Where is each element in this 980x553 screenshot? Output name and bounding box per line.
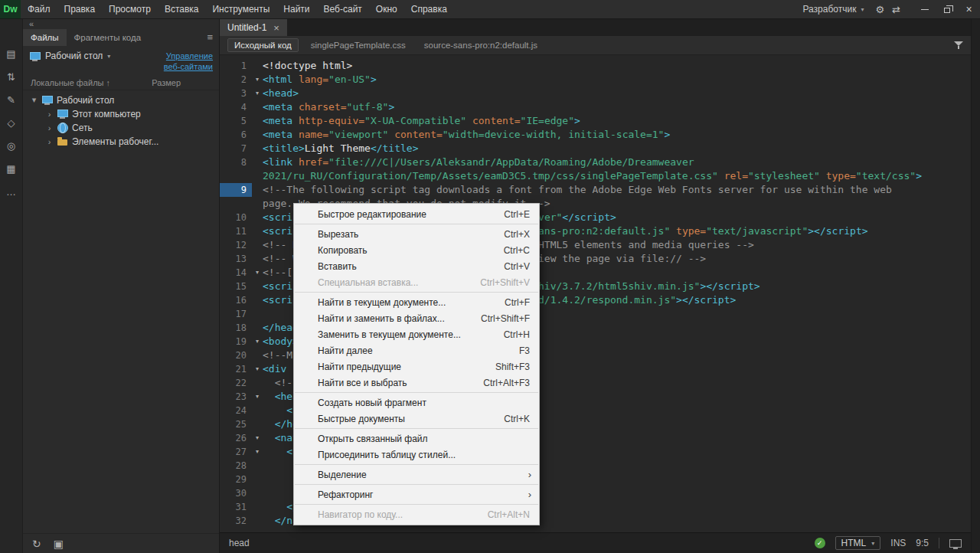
right-panel-dock[interactable]: [971, 19, 980, 553]
menu-separator: [295, 292, 538, 293]
fold-marker-icon[interactable]: ▾: [252, 431, 263, 445]
expander-icon[interactable]: ›: [46, 110, 53, 119]
collapse-panel-icon[interactable]: «: [29, 19, 34, 28]
expander-icon[interactable]: ›: [46, 123, 53, 133]
menubar-item[interactable]: Веб-сайт: [317, 0, 369, 18]
fold-marker-icon[interactable]: ▾: [252, 335, 263, 348]
close-button[interactable]: ×: [958, 0, 980, 18]
fold-marker-icon[interactable]: ▾: [252, 87, 263, 100]
code-line[interactable]: 8<link href="file:///C|/Users/Aleksandr/…: [220, 155, 971, 183]
menubar-item[interactable]: Инструменты: [205, 0, 276, 18]
submenu-arrow-icon: ›: [528, 466, 531, 483]
panel-tab[interactable]: Файлы: [23, 29, 67, 46]
menubar-item[interactable]: Найти: [276, 0, 316, 18]
context-menu-item[interactable]: Рефакторинг›: [294, 486, 539, 502]
fold-marker-icon[interactable]: ▾: [252, 390, 263, 404]
app-logo-icon[interactable]: Dw: [0, 0, 21, 18]
lint-ok-icon[interactable]: ✓: [815, 538, 825, 548]
line-number: 9: [220, 183, 252, 197]
menubar-item[interactable]: Файл: [21, 0, 57, 18]
context-menu-item-label: Открыть связанный файл: [318, 434, 530, 444]
context-menu-shortcut: Ctrl+V: [504, 261, 530, 272]
menubar-item[interactable]: Вставка: [158, 0, 206, 18]
tree-item[interactable]: ▾Рабочий стол: [23, 93, 219, 107]
activity-log-icon[interactable]: ▣: [54, 538, 64, 550]
site-selector[interactable]: Рабочий стол ▾: [29, 51, 110, 61]
context-menu-item[interactable]: Выделение›: [294, 466, 539, 483]
tree-item[interactable]: ›Этот компьютер: [23, 107, 219, 121]
context-menu-item-label: Найти в текущем документе...: [318, 297, 505, 308]
dom-panel-icon[interactable]: ▦: [0, 157, 22, 180]
context-menu-item[interactable]: Быстрое редактированиеCtrl+E: [294, 206, 539, 222]
related-file[interactable]: Исходный код: [227, 38, 299, 52]
code-line[interactable]: 4<meta charset="utf-8">: [220, 100, 971, 114]
filter-icon[interactable]: [954, 41, 963, 49]
minimize-button[interactable]: [913, 0, 936, 18]
fold-marker-icon[interactable]: ▾: [252, 362, 263, 376]
gear-icon[interactable]: ⚙: [871, 4, 888, 15]
workspace-switcher[interactable]: Разработчик ▾: [795, 4, 871, 15]
left-toolbar: ▤⇅✎◇◎▦…: [0, 19, 23, 553]
related-file[interactable]: source-sans-pro:n2:default.js: [418, 39, 544, 51]
insert-mode-indicator[interactable]: INS: [890, 538, 906, 548]
panel-tab[interactable]: Фрагменты кода: [67, 29, 149, 46]
tag-selector[interactable]: head: [229, 538, 250, 548]
context-menu-item[interactable]: КопироватьCtrl+C: [294, 242, 539, 258]
code-line[interactable]: 2▾<html lang="en-US">: [220, 73, 971, 87]
context-menu-item[interactable]: Найти далееF3: [294, 342, 539, 358]
column-local-files[interactable]: Локальные файлы ↑: [31, 78, 110, 87]
line-number: 25: [220, 417, 252, 431]
context-menu-item[interactable]: ВырезатьCtrl+X: [294, 226, 539, 242]
window-controls: ×: [913, 0, 980, 18]
menubar-item[interactable]: Окно: [369, 0, 404, 18]
fold-marker-icon[interactable]: ▾: [252, 445, 263, 459]
expander-icon[interactable]: ›: [46, 137, 53, 146]
code-line[interactable]: 1<!doctype html>: [220, 59, 971, 73]
context-menu-item[interactable]: Быстрые документыCtrl+K: [294, 411, 539, 427]
sync-icon[interactable]: ⇄: [888, 4, 904, 15]
menubar-item[interactable]: Просмотр: [102, 0, 158, 18]
code-line[interactable]: 5<meta http-equiv="X-UA-Compatible" cont…: [220, 114, 971, 128]
context-menu-item[interactable]: Найти предыдущиеShift+F3: [294, 358, 539, 375]
fold-marker-icon[interactable]: ▾: [252, 73, 263, 87]
more-tools-icon[interactable]: …: [0, 180, 22, 203]
context-menu-item[interactable]: Создать новый фрагмент: [294, 394, 539, 411]
context-menu-item[interactable]: Найти и заменить в файлах...Ctrl+Shift+F: [294, 310, 539, 326]
extract-icon[interactable]: ◇: [0, 111, 22, 134]
menubar-item[interactable]: Справка: [404, 0, 454, 18]
file-transfer-icon[interactable]: ⇅: [0, 65, 22, 88]
context-menu-item[interactable]: Найти все и выбратьCtrl+Alt+F3: [294, 375, 539, 391]
files-panel-footer: ↻▣: [23, 533, 219, 553]
line-number: 20: [220, 348, 252, 362]
context-menu-item[interactable]: Найти в текущем документе...Ctrl+F: [294, 294, 539, 310]
close-tab-icon[interactable]: ×: [273, 22, 279, 34]
context-menu-item-label: Найти предыдущие: [318, 362, 495, 372]
context-menu-item[interactable]: Открыть связанный файл: [294, 430, 539, 447]
context-menu-item[interactable]: Присоединить таблицу стилей...: [294, 447, 539, 463]
refresh-icon[interactable]: ↻: [32, 538, 41, 550]
context-menu-item[interactable]: ВставитьCtrl+V: [294, 258, 539, 274]
comments-icon[interactable]: ◎: [0, 134, 22, 157]
related-file[interactable]: singlePageTemplate.css: [305, 39, 412, 51]
open-documents-icon[interactable]: ▤: [0, 42, 22, 65]
document-tab[interactable]: Untitled-1 ×: [220, 19, 287, 36]
line-number: 6: [220, 128, 252, 142]
expander-icon[interactable]: ▾: [31, 95, 38, 105]
column-size[interactable]: Размер: [152, 78, 181, 87]
context-menu-item[interactable]: Заменить в текущем документе...Ctrl+H: [294, 326, 539, 342]
context-menu-item-label: Специальная вставка...: [318, 277, 480, 288]
fold-marker-icon[interactable]: ▾: [252, 266, 263, 280]
menubar-item[interactable]: Правка: [57, 0, 103, 18]
code-line[interactable]: 7<title>Light Theme</title>: [220, 142, 971, 155]
code-line[interactable]: 3▾<head>: [220, 87, 971, 100]
panel-menu-icon[interactable]: ≡: [207, 31, 213, 43]
code-line[interactable]: 6<meta name="viewport" content="width=de…: [220, 128, 971, 142]
manage-sites-link[interactable]: Управление веб-сайтами: [164, 51, 213, 73]
quick-edit-icon[interactable]: ✎: [0, 88, 22, 111]
context-menu-shortcut: Ctrl+C: [504, 245, 530, 256]
restore-button[interactable]: [936, 0, 958, 18]
tree-item[interactable]: ›Сеть: [23, 121, 219, 135]
doctype-dropdown[interactable]: HTML ▾: [835, 536, 881, 550]
window-size-icon[interactable]: [949, 539, 962, 548]
tree-item[interactable]: ›Элементы рабочег...: [23, 135, 219, 149]
